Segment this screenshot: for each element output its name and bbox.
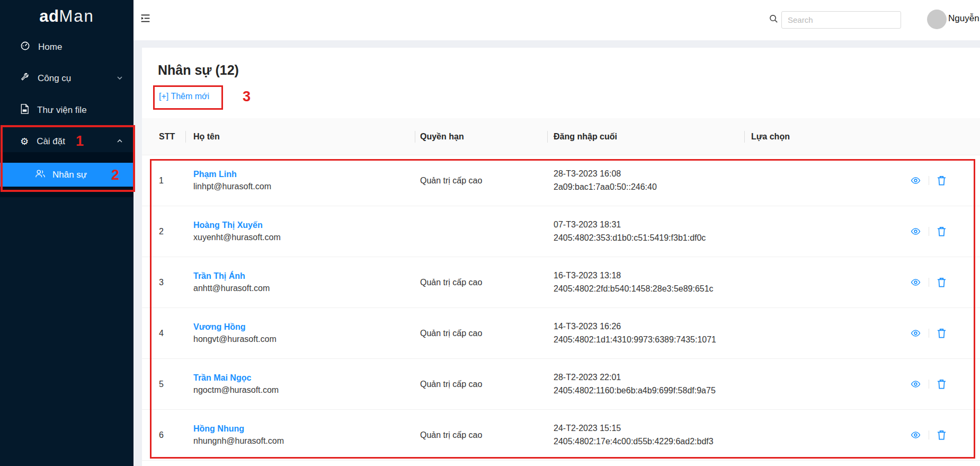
sidebar-item-cong-cu[interactable]: Công cụ bbox=[0, 68, 133, 89]
user-role: Quản trị cấp cao bbox=[415, 359, 547, 410]
view-eye-icon[interactable] bbox=[911, 175, 921, 186]
actions-cell bbox=[744, 410, 980, 461]
user-link[interactable]: Hoàng Thị Xuyến bbox=[193, 221, 415, 230]
menu-fold-icon[interactable] bbox=[140, 13, 151, 26]
table-row-name-cell: Hồng Nhung nhungnh@hurasoft.com bbox=[185, 410, 415, 461]
last-login-time: 16-T3-2023 13:18 bbox=[554, 271, 744, 280]
view-eye-icon[interactable] bbox=[911, 430, 921, 440]
logo-text-light: Man bbox=[59, 7, 94, 26]
user-email: ngoctm@hurasoft.com bbox=[193, 385, 415, 395]
wrench-icon bbox=[20, 73, 30, 85]
last-login-cell: 16-T3-2023 13:18 2405:4802:2fd:b540:1458… bbox=[547, 257, 744, 308]
user-email: linhpt@hurasoft.com bbox=[193, 182, 415, 191]
chevron-down-icon bbox=[117, 73, 123, 84]
user-link[interactable]: Vương Hồng bbox=[193, 322, 415, 332]
action-divider bbox=[929, 227, 929, 236]
last-login-ip: 2405:4802:17e:4c00:d55b:4229:6ad2:bdf3 bbox=[554, 437, 744, 446]
file-icon bbox=[20, 104, 29, 117]
actions-cell bbox=[744, 206, 980, 257]
last-login-ip: 2405:4802:2fd:b540:1458:28e3:5e89:651c bbox=[554, 284, 744, 294]
row-index: 6 bbox=[142, 410, 185, 461]
col-header-quyen-han: Quyền hạn bbox=[415, 118, 547, 155]
team-icon bbox=[35, 169, 46, 181]
user-role: Quản trị cấp cao bbox=[415, 155, 547, 206]
last-login-cell: 28-T3-2023 16:08 2a09:bac1:7aa0:50::246:… bbox=[547, 155, 744, 206]
row-index: 5 bbox=[142, 359, 185, 410]
sidebar-submenu-cai-dat: Nhân sự bbox=[0, 152, 133, 197]
topbar: Nguyễn Đức Qu bbox=[133, 0, 980, 40]
view-eye-icon[interactable] bbox=[911, 277, 921, 287]
sidebar-item-nhan-su[interactable]: Nhân sự bbox=[0, 163, 133, 187]
sidebar-item-label: Thư viện file bbox=[37, 105, 87, 116]
last-login-time: 07-T3-2023 18:31 bbox=[554, 220, 744, 230]
content-card: Nhân sự (12) [+] Thêm mới STT Họ tên Quy… bbox=[142, 48, 980, 466]
logo-text-bold: ad bbox=[39, 7, 59, 26]
delete-trash-icon[interactable] bbox=[937, 430, 946, 440]
search-input[interactable] bbox=[781, 11, 901, 29]
row-index: 2 bbox=[142, 206, 185, 257]
user-link[interactable]: Trần Mai Ngọc bbox=[193, 373, 415, 383]
user-role: Quản trị cấp cao bbox=[415, 308, 547, 359]
col-header-ho-ten: Họ tên bbox=[185, 118, 415, 155]
content-area: Nhân sự (12) [+] Thêm mới STT Họ tên Quy… bbox=[133, 40, 980, 466]
last-login-cell: 07-T3-2023 18:31 2405:4802:353:d1b0:c51:… bbox=[547, 206, 744, 257]
actions-cell bbox=[744, 257, 980, 308]
user-link[interactable]: Trần Thị Ánh bbox=[193, 271, 415, 281]
last-login-cell: 28-T2-2023 22:01 2405:4802:1160:be6b:a4b… bbox=[547, 359, 744, 410]
view-eye-icon[interactable] bbox=[911, 379, 921, 389]
sidebar-item-label: Cài đặt bbox=[37, 136, 65, 147]
table-row-name-cell: Trần Thị Ánh anhtt@hurasoft.com bbox=[185, 257, 415, 308]
actions-cell bbox=[744, 155, 980, 206]
col-header-stt: STT bbox=[142, 118, 185, 155]
sidebar-item-cai-dat[interactable]: ⚙ Cài đặt bbox=[0, 131, 133, 152]
last-login-ip: 2405:4802:353:d1b0:c51:5419:f3b1:df0c bbox=[554, 233, 744, 243]
action-divider bbox=[929, 176, 929, 185]
user-email: xuyenht@hurasoft.com bbox=[193, 233, 415, 242]
action-divider bbox=[929, 329, 929, 338]
avatar[interactable] bbox=[927, 10, 947, 29]
last-login-time: 28-T2-2023 22:01 bbox=[554, 373, 744, 382]
delete-trash-icon[interactable] bbox=[937, 277, 946, 287]
app-logo: adMan bbox=[0, 0, 133, 33]
sidebar-item-home[interactable]: Home bbox=[0, 37, 133, 58]
sidebar-item-label: Home bbox=[38, 42, 62, 52]
table-row-name-cell: Phạm Linh linhpt@hurasoft.com bbox=[185, 155, 415, 206]
search-icon bbox=[769, 14, 778, 25]
sidebar: adMan Home Công cụ Thư viện file ⚙ Cài đ… bbox=[0, 0, 133, 466]
view-eye-icon[interactable] bbox=[911, 328, 921, 338]
user-name[interactable]: Nguyễn Đức Qu bbox=[948, 13, 980, 24]
actions-cell bbox=[744, 359, 980, 410]
last-login-ip: 2405:4802:1d1:4310:9973:6389:7435:1071 bbox=[554, 335, 744, 345]
col-header-lua-chon: Lựa chọn bbox=[744, 118, 980, 155]
table-row-name-cell: Vương Hồng hongvt@hurasoft.com bbox=[185, 308, 415, 359]
last-login-time: 28-T3-2023 16:08 bbox=[554, 169, 744, 179]
delete-trash-icon[interactable] bbox=[937, 226, 946, 236]
row-index: 4 bbox=[142, 308, 185, 359]
delete-trash-icon[interactable] bbox=[937, 175, 946, 186]
action-divider bbox=[929, 380, 929, 389]
last-login-time: 14-T3-2023 16:26 bbox=[554, 322, 744, 331]
last-login-ip: 2405:4802:1160:be6b:a4b9:699f:58df:9a75 bbox=[554, 386, 744, 395]
last-login-time: 24-T2-2023 15:15 bbox=[554, 424, 744, 433]
dashboard-icon bbox=[20, 41, 30, 54]
sidebar-item-label: Công cụ bbox=[38, 73, 71, 84]
view-eye-icon[interactable] bbox=[911, 226, 921, 236]
last-login-cell: 14-T3-2023 16:26 2405:4802:1d1:4310:9973… bbox=[547, 308, 744, 359]
delete-trash-icon[interactable] bbox=[937, 328, 946, 338]
actions-cell bbox=[744, 308, 980, 359]
gear-icon: ⚙ bbox=[20, 137, 29, 146]
chevron-up-icon bbox=[117, 136, 123, 147]
sidebar-item-thu-vien-file[interactable]: Thư viện file bbox=[0, 100, 133, 121]
action-divider bbox=[929, 430, 929, 439]
user-email: hongvt@hurasoft.com bbox=[193, 335, 415, 344]
user-link[interactable]: Phạm Linh bbox=[193, 170, 415, 179]
user-link[interactable]: Hồng Nhung bbox=[193, 424, 415, 434]
delete-trash-icon[interactable] bbox=[937, 379, 946, 389]
col-header-dang-nhap-cuoi: Đăng nhập cuối bbox=[547, 118, 744, 155]
add-new-button[interactable]: [+] Thêm mới bbox=[159, 92, 209, 101]
action-divider bbox=[929, 278, 929, 287]
last-login-cell: 24-T2-2023 15:15 2405:4802:17e:4c00:d55b… bbox=[547, 410, 744, 461]
last-login-ip: 2a09:bac1:7aa0:50::246:40 bbox=[554, 182, 744, 192]
user-email: anhtt@hurasoft.com bbox=[193, 284, 415, 293]
row-index: 1 bbox=[142, 155, 185, 206]
